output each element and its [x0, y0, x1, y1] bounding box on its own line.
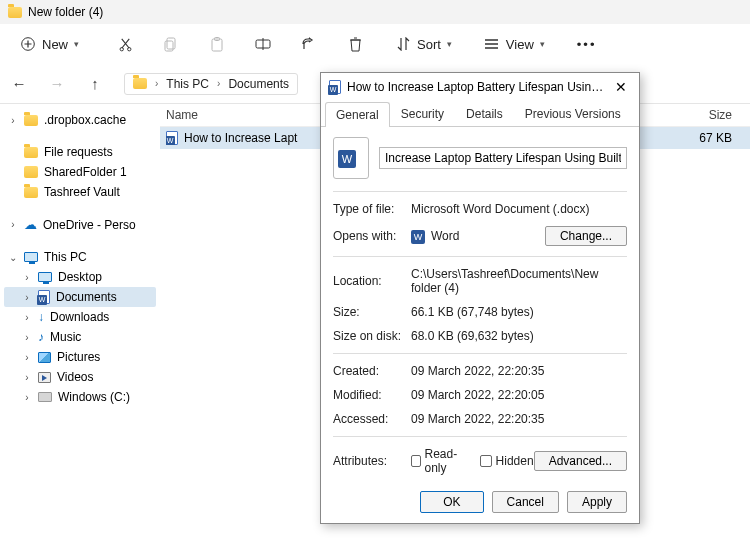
sidebar-item-downloads[interactable]: ›↓Downloads	[4, 307, 156, 327]
drive-icon	[38, 392, 52, 402]
sidebar-label: Videos	[57, 370, 93, 384]
window-title: New folder (4)	[28, 5, 103, 19]
type-value: Microsoft Word Document (.docx)	[411, 202, 627, 216]
breadcrumb-seg[interactable]: This PC	[166, 77, 209, 91]
sidebar-item-desktop[interactable]: ›Desktop	[4, 267, 156, 287]
location-label: Location:	[333, 274, 411, 288]
chevron-right-icon: ›	[8, 115, 18, 126]
readonly-checkbox[interactable]: Read-only	[411, 447, 466, 475]
advanced-button[interactable]: Advanced...	[534, 451, 627, 471]
chevron-right-icon: ›	[217, 78, 220, 89]
sidebar-item-onedrive[interactable]: ›☁OneDrive - Perso	[4, 214, 156, 235]
tab-previous-versions[interactable]: Previous Versions	[514, 101, 632, 126]
chevron-right-icon: ›	[155, 78, 158, 89]
tab-security[interactable]: Security	[390, 101, 455, 126]
sort-button[interactable]: Sort ▾	[391, 32, 456, 56]
sidebar-item-music[interactable]: ›♪Music	[4, 327, 156, 347]
cancel-button[interactable]: Cancel	[492, 491, 559, 513]
created-label: Created:	[333, 364, 411, 378]
column-size[interactable]: Size	[664, 108, 744, 122]
folder-icon	[133, 78, 147, 89]
sidebar-label: Documents	[56, 290, 117, 304]
breadcrumb-seg[interactable]: Documents	[228, 77, 289, 91]
address-bar[interactable]: › This PC › Documents	[124, 73, 298, 95]
share-button[interactable]	[297, 32, 321, 56]
attributes-label: Attributes:	[333, 454, 411, 468]
edit-group	[113, 32, 367, 56]
music-icon: ♪	[38, 330, 44, 344]
copy-button[interactable]	[159, 32, 183, 56]
tab-details[interactable]: Details	[455, 101, 514, 126]
folder-icon	[24, 147, 38, 158]
filename-input[interactable]	[379, 147, 627, 169]
sort-icon	[395, 36, 411, 52]
new-button[interactable]: New ▾	[10, 32, 89, 56]
chevron-right-icon: ›	[22, 312, 32, 323]
paste-button[interactable]	[205, 32, 229, 56]
rename-icon	[255, 36, 271, 52]
monitor-icon	[38, 272, 52, 282]
trash-icon	[347, 36, 363, 52]
file-size: 67 KB	[664, 131, 744, 145]
sidebar-item-pictures[interactable]: ›Pictures	[4, 347, 156, 367]
paste-icon	[209, 36, 225, 52]
delete-button[interactable]	[343, 32, 367, 56]
size-value: 66.1 KB (67,748 bytes)	[411, 305, 627, 319]
rename-button[interactable]	[251, 32, 275, 56]
sidebar-item[interactable]: File requests	[4, 142, 156, 162]
modified-value: 09 March 2022, 22:20:05	[411, 388, 627, 402]
chevron-right-icon: ›	[22, 392, 32, 403]
change-button[interactable]: Change...	[545, 226, 627, 246]
hidden-checkbox[interactable]: Hidden	[480, 454, 534, 468]
back-button[interactable]: ←	[10, 75, 28, 92]
chevron-right-icon: ›	[22, 332, 32, 343]
view-button[interactable]: View ▾	[480, 32, 549, 56]
dialog-title: How to Increase Laptop Battery Lifespan …	[347, 80, 605, 94]
dialog-body: Type of file:Microsoft Word Document (.d…	[321, 127, 639, 481]
sidebar-item[interactable]: SharedFolder 1	[4, 162, 156, 182]
apply-button[interactable]: Apply	[567, 491, 627, 513]
more-icon: •••	[577, 37, 597, 52]
sidebar-item-thispc[interactable]: ⌄This PC	[4, 247, 156, 267]
share-icon	[301, 36, 317, 52]
more-button[interactable]: •••	[573, 33, 601, 56]
sidebar-item-drive-c[interactable]: ›Windows (C:)	[4, 387, 156, 407]
close-button[interactable]: ✕	[611, 79, 631, 95]
download-icon: ↓	[38, 310, 44, 324]
forward-button[interactable]: →	[48, 75, 66, 92]
pictures-icon	[38, 352, 51, 363]
view-label: View	[506, 37, 534, 52]
sidebar-label: This PC	[44, 250, 87, 264]
sidebar-label: SharedFolder 1	[44, 165, 127, 179]
shared-folder-icon	[24, 166, 38, 178]
sidebar-item-documents[interactable]: ›Documents	[4, 287, 156, 307]
cut-button[interactable]	[113, 32, 137, 56]
view-icon	[484, 36, 500, 52]
chevron-down-icon: ⌄	[8, 252, 18, 263]
folder-icon	[24, 115, 38, 126]
sidebar-item[interactable]: Tashreef Vault	[4, 182, 156, 202]
sidebar-item-videos[interactable]: ›Videos	[4, 367, 156, 387]
up-button[interactable]: ↑	[86, 75, 104, 92]
accessed-label: Accessed:	[333, 412, 411, 426]
modified-label: Modified:	[333, 388, 411, 402]
document-icon	[38, 290, 50, 304]
window-titlebar: New folder (4)	[0, 0, 750, 24]
chevron-right-icon: ›	[8, 219, 18, 230]
opens-with-label: Opens with:	[333, 229, 411, 243]
sidebar-label: Desktop	[58, 270, 102, 284]
sidebar-label: Windows (C:)	[58, 390, 130, 404]
dialog-tabs: General Security Details Previous Versio…	[321, 101, 639, 127]
sidebar-item[interactable]: ›.dropbox.cache	[4, 110, 156, 130]
sidebar-label: .dropbox.cache	[44, 113, 126, 127]
dialog-titlebar[interactable]: How to Increase Laptop Battery Lifespan …	[321, 73, 639, 101]
monitor-icon	[24, 252, 38, 262]
sidebar-label: File requests	[44, 145, 113, 159]
chevron-down-icon: ▾	[447, 39, 452, 49]
videos-icon	[38, 372, 51, 383]
tab-general[interactable]: General	[325, 102, 390, 127]
properties-dialog: How to Increase Laptop Battery Lifespan …	[320, 72, 640, 524]
ok-button[interactable]: OK	[420, 491, 483, 513]
location-value: C:\Users\Tashreef\Documents\New folder (…	[411, 267, 627, 295]
sidebar-label: OneDrive - Perso	[43, 218, 136, 232]
